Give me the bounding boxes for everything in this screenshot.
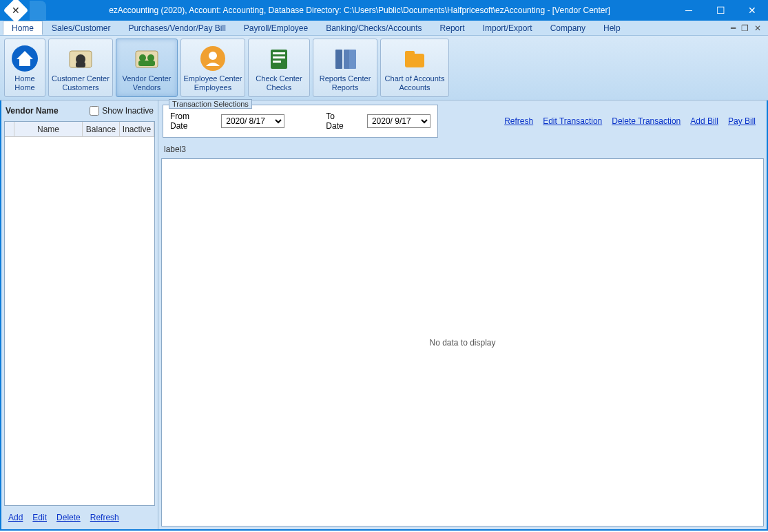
home-icon [8,44,41,73]
ribbon-home[interactable]: Home Home [4,39,45,97]
no-data-message: No data to display [429,338,495,348]
ribbon-sublabel: Reports [332,83,359,92]
menu-banking-checks-accounts[interactable]: Banking/Checks/Accounts [317,21,430,35]
delete-transaction-link[interactable]: Delete Transaction [612,116,681,126]
from-date-select[interactable]: 2020/ 8/17 [221,114,284,128]
col-inactive[interactable]: Inactive [120,122,154,136]
ribbon-sublabel: Customers [62,83,98,92]
transaction-top-row: Transaction Selections From Date 2020/ 8… [158,100,767,142]
minimize-button[interactable]: ─ [673,0,705,21]
window-controls: ─ ☐ ✕ [673,0,768,21]
window-title: ezAccounting (2020), Account: Accounting… [46,6,673,15]
svg-point-6 [147,54,154,61]
show-inactive-checkbox[interactable]: Show Inactive [90,106,154,116]
delete-link[interactable]: Delete [56,513,81,522]
to-date-label: To Date [326,111,353,131]
ribbon-label: Chart of Accounts [385,74,445,83]
col-name[interactable]: Name [14,122,83,136]
maximize-button[interactable]: ☐ [705,0,736,21]
show-inactive-input[interactable] [90,106,99,116]
edit-link[interactable]: Edit [32,513,47,522]
col-balance[interactable]: Balance [83,122,120,136]
vendor-grid-body[interactable] [5,137,154,505]
svg-point-5 [139,54,146,61]
from-date-label: From Date [170,111,207,131]
menu-home[interactable]: Home [3,21,43,35]
app-icon: ✕ [0,0,31,21]
ribbon-label: Home [14,74,34,83]
titlebar: ✕ ezAccounting (2020), Account: Accounti… [0,0,768,21]
to-date-select[interactable]: 2020/ 9/17 [367,114,430,128]
vendor-grid[interactable]: Name Balance Inactive [4,121,155,506]
body-area: Vendor Name Show Inactive Name Balance I… [0,100,768,531]
svg-point-9 [209,52,217,60]
ribbon-sublabel: Checks [267,83,292,92]
employee-icon [196,44,229,73]
ribbon-check-center[interactable]: Check Center Checks [248,39,310,97]
menu-bar: HomeSales/CustomerPurchases/Vendor/Pay B… [0,21,768,36]
menu-sales-customer[interactable]: Sales/Customer [43,21,119,35]
ribbon-vendor-center[interactable]: Vendor Center Vendors [116,39,178,97]
svg-rect-12 [273,56,285,58]
vendor-list-panel: Vendor Name Show Inactive Name Balance I… [1,100,158,529]
menu-help[interactable]: Help [594,21,630,35]
ribbon-sublabel: Home [14,83,34,92]
vendor-list-header: Vendor Name Show Inactive [1,100,158,121]
transaction-data-area[interactable]: No data to display [161,158,764,526]
ribbon-employee-center[interactable]: Employee Center Employees [180,39,245,97]
ribbon-toolbar: Home Home Customer Center Customers Vend… [0,36,768,100]
ribbon-label: Employee Center [184,74,242,83]
vendor-actions: Add Edit Delete Refresh [1,506,158,529]
mdi-minimize-icon[interactable]: ━ [731,23,736,33]
vendor-name-label: Vendor Name [6,106,59,116]
customer-icon [64,44,97,73]
svg-rect-16 [349,50,356,69]
menu-purchases-vendor-pay-bill[interactable]: Purchases/Vendor/Pay Bill [119,21,234,35]
transaction-actions: Refresh Edit Transaction Delete Transact… [499,116,761,126]
check-icon [262,44,295,73]
refresh-transactions-link[interactable]: Refresh [504,116,533,126]
add-link[interactable]: Add [8,513,23,522]
svg-rect-18 [405,51,415,56]
pay-bill-link[interactable]: Pay Bill [728,116,756,126]
ribbon-sublabel: Employees [194,83,231,92]
transaction-selections-group: Transaction Selections From Date 2020/ 8… [163,105,438,138]
refresh-link[interactable]: Refresh [90,513,119,522]
transaction-selections-legend: Transaction Selections [169,99,252,109]
svg-rect-7 [138,61,155,66]
reports-icon [329,44,362,73]
ribbon-chart-of-accounts[interactable]: Chart of Accounts Accounts [380,39,449,97]
close-button[interactable]: ✕ [736,0,768,21]
ribbon-label: Customer Center [52,74,110,83]
accounts-icon [398,44,431,73]
svg-rect-14 [335,50,342,69]
col-selector[interactable] [5,122,14,136]
label3: label3 [158,142,767,157]
menu-company[interactable]: Company [541,21,594,35]
ribbon-label: Reports Center [320,74,371,83]
menu-import-export[interactable]: Import/Export [474,21,541,35]
mdi-controls: ━ ❐ ✕ [731,21,765,35]
svg-rect-11 [273,52,285,54]
ribbon-label: Check Center [256,74,302,83]
mdi-restore-icon[interactable]: ❐ [741,23,749,33]
menu-report[interactable]: Report [431,21,474,35]
ribbon-customer-center[interactable]: Customer Center Customers [48,39,113,97]
title-tab-shape [30,1,46,20]
ribbon-reports-center[interactable]: Reports Center Reports [313,39,377,97]
svg-rect-3 [76,62,85,67]
edit-transaction-link[interactable]: Edit Transaction [543,116,602,126]
vendor-icon [130,44,163,73]
show-inactive-label: Show Inactive [102,106,154,116]
vendor-grid-headers: Name Balance Inactive [5,122,154,137]
ribbon-label: Vendor Center [123,74,172,83]
add-bill-link[interactable]: Add Bill [690,116,718,126]
transaction-panel: Transaction Selections From Date 2020/ 8… [158,100,767,529]
mdi-close-icon[interactable]: ✕ [754,23,761,33]
ribbon-sublabel: Accounts [399,83,430,92]
menu-payroll-employee[interactable]: Payroll/Employee [235,21,317,35]
svg-rect-13 [273,61,281,63]
ribbon-sublabel: Vendors [133,83,160,92]
